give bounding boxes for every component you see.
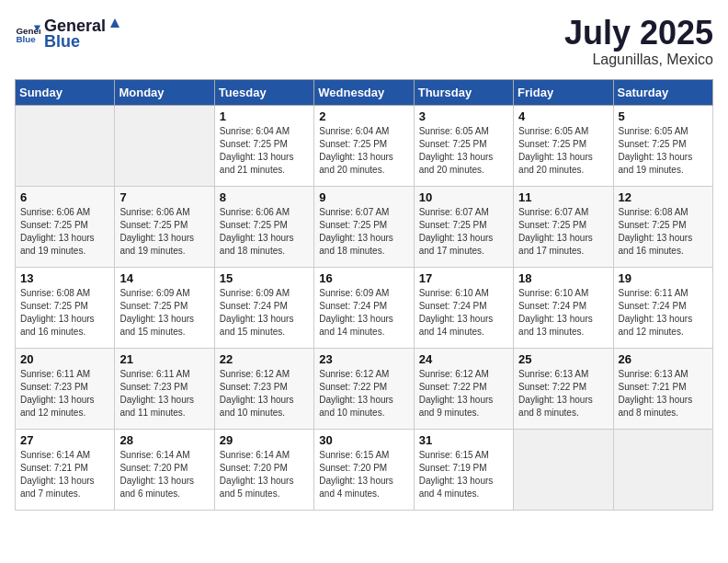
month-title: July 2025: [564, 15, 713, 52]
calendar-cell: 20Sunrise: 6:11 AMSunset: 7:23 PMDayligh…: [16, 348, 115, 429]
calendar-cell: 1Sunrise: 6:04 AMSunset: 7:25 PMDaylight…: [214, 105, 313, 186]
day-info: Sunrise: 6:06 AMSunset: 7:25 PMDaylight:…: [20, 206, 109, 258]
weekday-header-wednesday: Wednesday: [314, 79, 414, 105]
day-number: 29: [220, 433, 309, 447]
day-info: Sunrise: 6:14 AMSunset: 7:20 PMDaylight:…: [119, 449, 209, 500]
day-info: Sunrise: 6:05 AMSunset: 7:25 PMDaylight:…: [518, 125, 608, 177]
day-info: Sunrise: 6:07 AMSunset: 7:25 PMDaylight:…: [419, 206, 508, 258]
svg-text:Blue: Blue: [16, 34, 36, 44]
day-number: 27: [20, 433, 109, 447]
calendar-cell: 19Sunrise: 6:11 AMSunset: 7:24 PMDayligh…: [613, 267, 712, 348]
day-info: Sunrise: 6:04 AMSunset: 7:25 PMDaylight:…: [220, 125, 309, 177]
day-info: Sunrise: 6:13 AMSunset: 7:21 PMDaylight:…: [619, 368, 708, 419]
day-info: Sunrise: 6:08 AMSunset: 7:25 PMDaylight:…: [20, 287, 109, 339]
day-number: 8: [220, 190, 309, 204]
day-info: Sunrise: 6:11 AMSunset: 7:24 PMDaylight:…: [619, 287, 708, 339]
day-info: Sunrise: 6:06 AMSunset: 7:25 PMDaylight:…: [220, 206, 309, 258]
calendar-cell: 7Sunrise: 6:06 AMSunset: 7:25 PMDaylight…: [115, 186, 214, 267]
weekday-header-row: SundayMondayTuesdayWednesdayThursdayFrid…: [16, 79, 713, 105]
day-number: 5: [619, 109, 708, 123]
weekday-header-friday: Friday: [514, 79, 613, 105]
week-row-1: 1Sunrise: 6:04 AMSunset: 7:25 PMDaylight…: [16, 105, 713, 186]
calendar-cell: [115, 105, 214, 186]
weekday-header-sunday: Sunday: [16, 79, 115, 105]
calendar-cell: 23Sunrise: 6:12 AMSunset: 7:22 PMDayligh…: [314, 348, 414, 429]
logo-triangle-icon: [107, 15, 123, 31]
day-number: 9: [319, 190, 408, 204]
day-number: 1: [220, 109, 309, 123]
day-info: Sunrise: 6:05 AMSunset: 7:25 PMDaylight:…: [619, 125, 708, 177]
day-number: 15: [220, 271, 309, 285]
calendar-cell: 26Sunrise: 6:13 AMSunset: 7:21 PMDayligh…: [613, 348, 712, 429]
day-number: 26: [619, 352, 708, 366]
calendar-cell: [514, 429, 613, 510]
title-block: July 2025 Lagunillas, Mexico: [564, 15, 713, 68]
calendar-cell: 18Sunrise: 6:10 AMSunset: 7:24 PMDayligh…: [514, 267, 613, 348]
day-info: Sunrise: 6:14 AMSunset: 7:21 PMDaylight:…: [20, 449, 109, 500]
calendar-cell: 25Sunrise: 6:13 AMSunset: 7:22 PMDayligh…: [514, 348, 613, 429]
calendar-cell: 16Sunrise: 6:09 AMSunset: 7:24 PMDayligh…: [314, 267, 414, 348]
day-info: Sunrise: 6:09 AMSunset: 7:24 PMDaylight:…: [220, 287, 309, 339]
weekday-header-saturday: Saturday: [613, 79, 712, 105]
weekday-header-monday: Monday: [115, 79, 214, 105]
day-info: Sunrise: 6:13 AMSunset: 7:22 PMDaylight:…: [518, 368, 608, 419]
week-row-4: 20Sunrise: 6:11 AMSunset: 7:23 PMDayligh…: [16, 348, 713, 429]
day-info: Sunrise: 6:08 AMSunset: 7:25 PMDaylight:…: [619, 206, 708, 258]
day-number: 7: [119, 190, 209, 204]
day-info: Sunrise: 6:09 AMSunset: 7:24 PMDaylight:…: [319, 287, 408, 339]
day-info: Sunrise: 6:07 AMSunset: 7:25 PMDaylight:…: [518, 206, 608, 258]
day-info: Sunrise: 6:15 AMSunset: 7:20 PMDaylight:…: [319, 449, 408, 500]
calendar-cell: [16, 105, 115, 186]
day-info: Sunrise: 6:09 AMSunset: 7:25 PMDaylight:…: [119, 287, 209, 339]
calendar-cell: 4Sunrise: 6:05 AMSunset: 7:25 PMDaylight…: [514, 105, 613, 186]
day-info: Sunrise: 6:04 AMSunset: 7:25 PMDaylight:…: [319, 125, 408, 177]
calendar-cell: 6Sunrise: 6:06 AMSunset: 7:25 PMDaylight…: [16, 186, 115, 267]
calendar-cell: 2Sunrise: 6:04 AMSunset: 7:25 PMDaylight…: [314, 105, 414, 186]
calendar-cell: 13Sunrise: 6:08 AMSunset: 7:25 PMDayligh…: [16, 267, 115, 348]
day-number: 24: [419, 352, 508, 366]
day-number: 17: [419, 271, 508, 285]
location-title: Lagunillas, Mexico: [564, 52, 713, 68]
page-header: General Blue General Blue July 2025 Lagu…: [15, 15, 713, 68]
day-number: 22: [220, 352, 309, 366]
svg-marker-3: [110, 18, 119, 28]
calendar-cell: 12Sunrise: 6:08 AMSunset: 7:25 PMDayligh…: [613, 186, 712, 267]
calendar-cell: 31Sunrise: 6:15 AMSunset: 7:19 PMDayligh…: [414, 429, 513, 510]
day-number: 18: [518, 271, 608, 285]
day-info: Sunrise: 6:10 AMSunset: 7:24 PMDaylight:…: [518, 287, 608, 339]
weekday-header-thursday: Thursday: [414, 79, 513, 105]
day-number: 6: [20, 190, 109, 204]
day-info: Sunrise: 6:05 AMSunset: 7:25 PMDaylight:…: [419, 125, 508, 177]
calendar-cell: 10Sunrise: 6:07 AMSunset: 7:25 PMDayligh…: [414, 186, 513, 267]
calendar-table: SundayMondayTuesdayWednesdayThursdayFrid…: [15, 79, 713, 511]
calendar-cell: 17Sunrise: 6:10 AMSunset: 7:24 PMDayligh…: [414, 267, 513, 348]
calendar-cell: 29Sunrise: 6:14 AMSunset: 7:20 PMDayligh…: [214, 429, 313, 510]
day-number: 11: [518, 190, 608, 204]
calendar-cell: 22Sunrise: 6:12 AMSunset: 7:23 PMDayligh…: [214, 348, 313, 429]
day-info: Sunrise: 6:06 AMSunset: 7:25 PMDaylight:…: [119, 206, 209, 258]
day-number: 12: [619, 190, 708, 204]
calendar-cell: 27Sunrise: 6:14 AMSunset: 7:21 PMDayligh…: [16, 429, 115, 510]
week-row-3: 13Sunrise: 6:08 AMSunset: 7:25 PMDayligh…: [16, 267, 713, 348]
calendar-cell: 28Sunrise: 6:14 AMSunset: 7:20 PMDayligh…: [115, 429, 214, 510]
calendar-cell: 15Sunrise: 6:09 AMSunset: 7:24 PMDayligh…: [214, 267, 313, 348]
day-number: 2: [319, 109, 408, 123]
calendar-cell: 30Sunrise: 6:15 AMSunset: 7:20 PMDayligh…: [314, 429, 414, 510]
logo-icon: General Blue: [15, 20, 40, 46]
calendar-cell: 24Sunrise: 6:12 AMSunset: 7:22 PMDayligh…: [414, 348, 513, 429]
day-info: Sunrise: 6:11 AMSunset: 7:23 PMDaylight:…: [119, 368, 209, 419]
day-number: 14: [119, 271, 209, 285]
day-number: 4: [518, 109, 608, 123]
day-number: 23: [319, 352, 408, 366]
calendar-cell: 5Sunrise: 6:05 AMSunset: 7:25 PMDaylight…: [613, 105, 712, 186]
day-number: 20: [20, 352, 109, 366]
day-info: Sunrise: 6:11 AMSunset: 7:23 PMDaylight:…: [20, 368, 109, 419]
day-number: 16: [319, 271, 408, 285]
calendar-cell: 9Sunrise: 6:07 AMSunset: 7:25 PMDaylight…: [314, 186, 414, 267]
calendar-cell: 11Sunrise: 6:07 AMSunset: 7:25 PMDayligh…: [514, 186, 613, 267]
day-info: Sunrise: 6:12 AMSunset: 7:22 PMDaylight:…: [419, 368, 508, 419]
day-number: 3: [419, 109, 508, 123]
day-info: Sunrise: 6:14 AMSunset: 7:20 PMDaylight:…: [220, 449, 309, 500]
day-number: 13: [20, 271, 109, 285]
day-info: Sunrise: 6:15 AMSunset: 7:19 PMDaylight:…: [419, 449, 508, 500]
